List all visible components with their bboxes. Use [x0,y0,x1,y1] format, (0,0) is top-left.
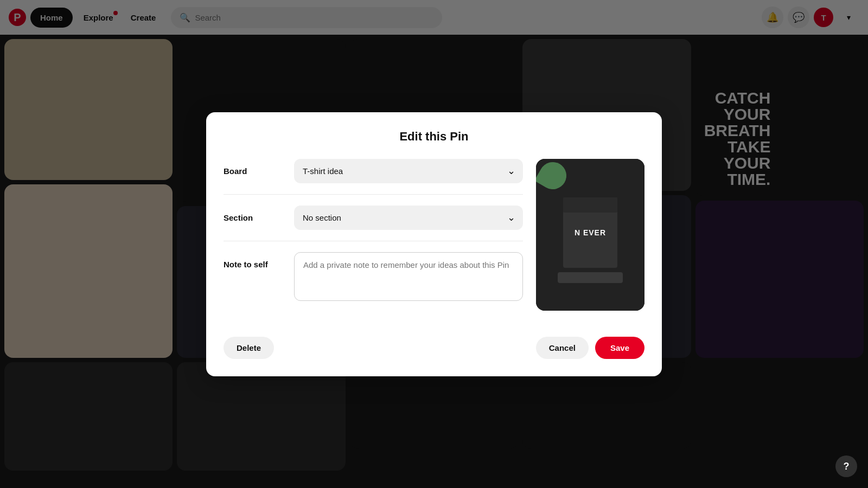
section-select[interactable]: No section [294,206,523,230]
modal-form: Board T-shirt idea ⌄ Section No section [224,159,523,311]
pin-image: N EVER [536,159,644,311]
note-row: Note to self [224,252,523,301]
pin-image-content: N EVER [536,159,644,311]
modal-title: Edit this Pin [224,130,644,144]
footer-right-buttons: Cancel Save [536,337,644,359]
save-button[interactable]: Save [595,337,644,359]
board-select[interactable]: T-shirt idea [294,159,523,183]
cancel-button[interactable]: Cancel [536,337,589,359]
note-label: Note to self [224,252,294,269]
board-row: Board T-shirt idea ⌄ [224,159,523,195]
section-label: Section [224,213,294,222]
board-label: Board [224,166,294,176]
modal-backdrop: Edit this Pin Board T-shirt idea ⌄ Secti [0,0,868,488]
edit-pin-modal: Edit this Pin Board T-shirt idea ⌄ Secti [206,112,662,376]
modal-footer: Delete Cancel Save [224,328,644,359]
note-textarea[interactable] [294,252,523,301]
leaf-decoration [536,159,571,194]
section-select-wrapper[interactable]: No section ⌄ [294,206,523,230]
modal-body: Board T-shirt idea ⌄ Section No section [224,159,644,311]
delete-button[interactable]: Delete [224,337,274,359]
section-row: Section No section ⌄ [224,206,523,241]
tshirt-text: N EVER [575,228,606,237]
board-select-wrapper[interactable]: T-shirt idea ⌄ [294,159,523,183]
help-button[interactable]: ? [835,455,857,477]
